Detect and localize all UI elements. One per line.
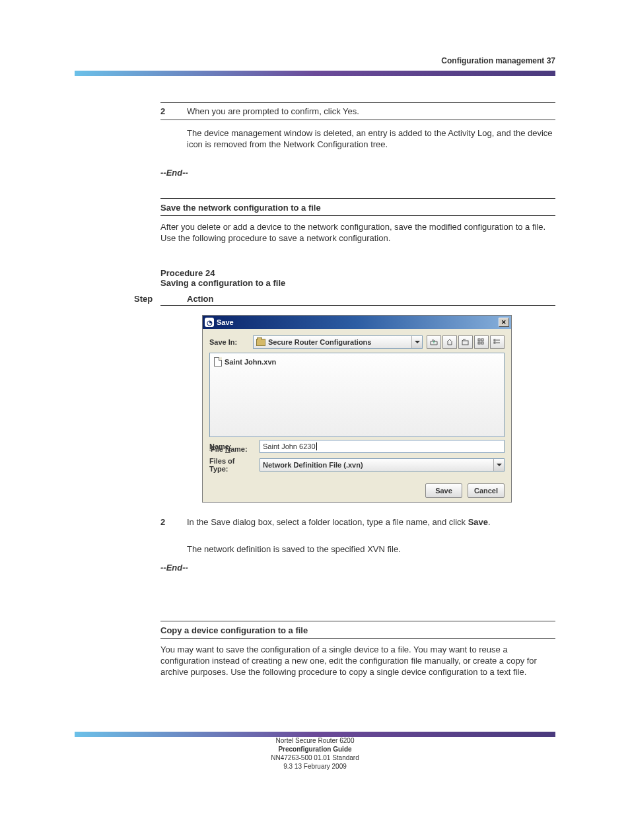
file-type-label: Files of Type:: [209, 457, 254, 473]
action-label: Action: [187, 294, 213, 305]
hr: [160, 621, 555, 621]
file-name-value: Saint John 6230: [263, 442, 316, 450]
procedure-number: Procedure 24: [160, 268, 215, 278]
step-number: 2: [160, 517, 165, 528]
close-button[interactable]: ✕: [499, 318, 509, 327]
paragraph: The network definition is saved to the s…: [187, 544, 555, 555]
step-text: In the Save dialog box, select a folder …: [187, 517, 555, 528]
cancel-button[interactable]: Cancel: [468, 483, 505, 498]
hr: [160, 305, 555, 306]
svg-rect-4: [481, 342, 483, 344]
file-name-input[interactable]: Saint John 6230: [260, 440, 505, 453]
new-folder-button[interactable]: [458, 335, 473, 349]
paragraph: After you delete or add a device to the …: [160, 222, 555, 244]
section-title: Copy a device configuration to a file: [160, 625, 555, 635]
file-list[interactable]: Saint John.xvn: [209, 353, 505, 437]
file-item[interactable]: Saint John.xvn: [213, 356, 501, 368]
up-folder-button[interactable]: [427, 335, 441, 349]
footer: Nortel Secure Router 6200 Preconfigurati…: [0, 736, 630, 771]
header-divider: [75, 71, 555, 76]
dialog-title: Save: [217, 318, 234, 326]
svg-rect-0: [462, 341, 468, 345]
file-type-value: Network Definition File (.xvn): [263, 461, 363, 469]
save-button[interactable]: Save: [425, 483, 462, 498]
page-header: Configuration management 37: [441, 56, 555, 65]
step-text: When you are prompted to confirm, click …: [187, 106, 359, 118]
app-icon: ◔: [205, 318, 214, 327]
save-in-label: Save In:: [209, 338, 249, 346]
save-dialog: ◔ Save ✕ Save In: Secure Router Configur…: [202, 315, 512, 503]
dropdown-icon[interactable]: [411, 336, 422, 348]
dropdown-icon[interactable]: [493, 459, 504, 471]
paragraph: You may want to save the configuration o…: [160, 645, 555, 678]
folder-icon: [256, 339, 265, 346]
hr: [160, 638, 555, 639]
svg-rect-5: [494, 339, 495, 341]
svg-rect-3: [478, 342, 480, 344]
end-marker: --End--: [160, 563, 555, 574]
file-type-select[interactable]: Network Definition File (.xvn): [260, 458, 505, 472]
home-button[interactable]: [442, 335, 457, 349]
folder-select[interactable]: Secure Router Configurations: [253, 335, 423, 349]
step-number: 2: [160, 106, 165, 118]
svg-rect-7: [494, 342, 495, 343]
file-name: Saint John.xvn: [225, 358, 276, 366]
paragraph: The device management window is deleted,…: [187, 128, 555, 151]
procedure-subtitle: Saving a configuration to a file: [160, 278, 285, 288]
folder-name: Secure Router Configurations: [268, 338, 371, 346]
file-icon: [214, 357, 222, 367]
list-view-button[interactable]: [474, 335, 489, 349]
end-marker: --End--: [160, 168, 555, 179]
hr: [160, 102, 555, 103]
step-label: Step: [134, 294, 153, 305]
hr: [160, 198, 555, 199]
details-view-button[interactable]: [490, 335, 505, 349]
dialog-titlebar: ◔ Save ✕: [203, 316, 511, 329]
hr: [160, 120, 555, 120]
file-name-label-display: File Name:: [211, 445, 248, 453]
svg-rect-2: [481, 339, 483, 341]
svg-rect-1: [478, 339, 480, 341]
hr: [160, 215, 555, 216]
section-title: Save the network configuration to a file: [160, 203, 555, 213]
